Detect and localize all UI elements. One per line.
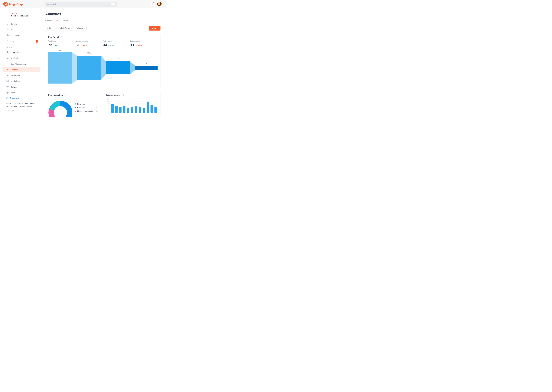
stat-label: Total users	[48, 40, 76, 42]
sidebar-item-comments[interactable]: Comments	[3, 33, 40, 38]
info-icon[interactable]: i	[60, 36, 62, 38]
more-icon	[6, 91, 9, 94]
rows-icon	[6, 28, 9, 31]
svg-text:9%: 9%	[146, 62, 148, 64]
trend-down-icon	[140, 45, 142, 47]
stat-value: 61	[76, 43, 80, 47]
svg-text:47%: 47%	[116, 58, 120, 60]
search-input[interactable]	[50, 3, 109, 5]
svg-marker-27	[130, 62, 135, 74]
stat-value: 34	[103, 43, 107, 47]
sidebar-item-content[interactable]: Content	[3, 21, 40, 27]
svg-rect-24	[77, 56, 101, 80]
sidebar-item-label: User Management	[10, 63, 26, 65]
footer-link[interactable]: FAQ	[6, 105, 9, 107]
sidebar-item-label: Settings	[10, 86, 17, 88]
footer-link[interactable]: General Questions	[11, 105, 25, 107]
wrench-icon	[6, 74, 9, 77]
svg-text:80: 80	[108, 103, 109, 104]
sidebar-item-analytics[interactable]: Analytics	[3, 67, 40, 72]
sidebar-item-label: Integration	[10, 51, 20, 54]
filter-tags[interactable]: All tags▾	[75, 26, 86, 31]
legend-dot-icon	[75, 111, 76, 112]
stat-delta: -7.2%	[135, 45, 142, 47]
message-square-icon	[6, 34, 9, 37]
svg-text:78%: 78%	[87, 52, 91, 54]
channel-picker[interactable]: Channel News feed channel	[9, 11, 40, 18]
tab-user[interactable]: User	[56, 19, 60, 23]
sidebar-item-label: Content	[10, 23, 17, 25]
filter-platform[interactable]: All platforms▾	[58, 26, 73, 31]
funnel-stat: Registered users61-7.2%	[76, 40, 103, 47]
brand[interactable]: M MegaCorp	[3, 2, 45, 7]
footer-link[interactable]: Imprint	[30, 102, 35, 104]
gear-icon	[6, 86, 9, 88]
sidebar-item-developers[interactable]: Developers	[3, 73, 40, 78]
footer-link[interactable]: Terms of Use	[6, 102, 16, 104]
session-bar	[119, 107, 121, 113]
svg-text:100: 100	[107, 100, 109, 102]
sidebar-item-integration[interactable]: Integration	[3, 50, 40, 55]
nav-main: ContentMixesCommentsChats2	[3, 21, 40, 45]
stat-label: Active users	[103, 40, 130, 42]
interaction-legend: Reactions69Comments54Likes on comments52	[75, 99, 98, 114]
info-icon[interactable]: i	[122, 94, 124, 96]
svg-point-7	[7, 63, 8, 64]
filter-range[interactable]: 7 days▾	[45, 26, 56, 31]
tab-other[interactable]: Other	[63, 19, 68, 23]
home-icon	[6, 23, 9, 25]
tab-content[interactable]: Content	[45, 19, 52, 23]
reader-view-toggle[interactable]: Reader view	[6, 97, 40, 99]
chevron-down-icon: ▾	[84, 28, 85, 29]
sidebar-item-user-management[interactable]: User Management	[3, 61, 40, 67]
sidebar-item-notification[interactable]: Notification	[3, 56, 40, 61]
notifications-button[interactable]	[150, 2, 155, 7]
stat-delta: -7.2%	[81, 45, 87, 47]
info-icon[interactable]: i	[64, 94, 66, 96]
tabs: ContentUserOtherChat	[45, 19, 161, 23]
funnel-card: User funnel i Total users75+2% Registere…	[45, 33, 161, 88]
search-icon	[47, 3, 49, 5]
sidebar-item-label: Media library	[10, 80, 21, 82]
svg-text:100%: 100%	[58, 49, 62, 51]
brand-logo-icon: M	[3, 2, 8, 7]
sidebar-item-chats[interactable]: Chats2	[3, 39, 40, 44]
trend-down-icon	[86, 45, 87, 47]
bell-icon	[6, 57, 9, 60]
puzzle-icon	[6, 51, 9, 54]
svg-text:120: 120	[107, 98, 109, 100]
sidebar-item-label: Notification	[10, 57, 20, 59]
user-avatar[interactable]	[157, 2, 162, 7]
trend-up-icon	[112, 45, 114, 47]
sidebar-item-more[interactable]: More	[3, 90, 40, 95]
donut-chart	[48, 99, 72, 117]
sidebar: Channel News feed channel ContentMixesCo…	[0, 8, 45, 118]
sidebar-item-mixes[interactable]: Mixes	[3, 27, 40, 32]
footer-more[interactable]: More	[27, 105, 32, 107]
main: Analytics ContentUserOtherChat 7 days▾ A…	[45, 8, 166, 118]
page-title: Analytics	[45, 12, 161, 16]
sidebar-item-media-library[interactable]: Media library	[3, 78, 40, 84]
sidebar-item-label: Analytics	[10, 69, 18, 71]
legend-value: 52	[95, 110, 98, 112]
sidebar-item-label: Mixes	[10, 29, 15, 31]
chevron-down-icon	[37, 14, 38, 16]
tab-chat[interactable]: Chat	[71, 19, 76, 23]
svg-point-16	[7, 92, 8, 93]
search-input-wrapper[interactable]: ⌘ F	[45, 2, 117, 7]
filters-row: 7 days▾ All platforms▾ All tags▾ Export▾	[45, 26, 161, 31]
legend-name: Likes on comments	[77, 110, 94, 112]
nav-tools-label: TOOLS	[3, 45, 40, 50]
sidebar-item-label: Comments	[10, 34, 20, 36]
stat-value: 75	[48, 43, 52, 47]
svg-line-1	[49, 5, 49, 5]
session-bar	[115, 106, 118, 113]
session-bar	[111, 104, 113, 113]
interaction-card: User interaction i	[45, 91, 100, 117]
sidebar-item-label: Chats	[10, 40, 15, 42]
session-bar	[135, 106, 137, 113]
sidebar-item-settings[interactable]: Settings	[3, 84, 40, 90]
lower-row: User interaction i	[45, 91, 161, 117]
footer-link[interactable]: Privacy Policy	[18, 102, 28, 104]
export-button[interactable]: Export▾	[149, 26, 161, 30]
